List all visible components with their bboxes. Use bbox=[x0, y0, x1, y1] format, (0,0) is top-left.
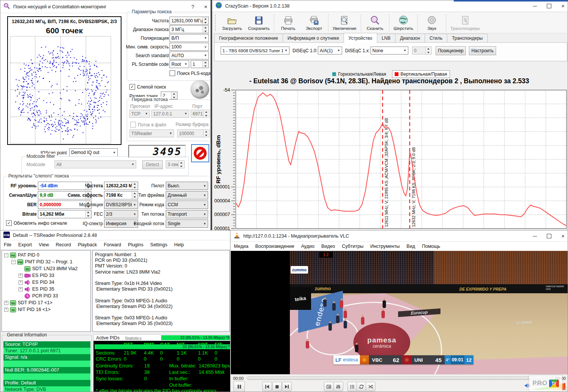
tree-item-nit-pid-16-1-[interactable]: +NINIT PID 16 <1> bbox=[3, 306, 90, 313]
tsreader-menu-export[interactable]: Export bbox=[15, 241, 35, 249]
blind-search-checkbox[interactable]: ✓Слепой поиск bbox=[129, 84, 166, 90]
toolbar-button-open-folder[interactable]: Загрузить bbox=[219, 14, 245, 31]
resize-grip[interactable] bbox=[562, 386, 567, 391]
tree-item-pmt-pid-32-progr-1[interactable]: −PMPMT PID 32 – Progr. 1 bbox=[3, 258, 90, 265]
min-symbolrate-combo[interactable]: 1000∨ bbox=[170, 43, 209, 51]
toolbar-button-globe[interactable]: Шерстить bbox=[391, 14, 416, 31]
close-button[interactable]: × bbox=[204, 4, 207, 9]
legend-item-1[interactable]: Вертикальная/Правая bbox=[392, 70, 450, 78]
tree-item-es-pid-33[interactable]: +ES PID 33 bbox=[3, 272, 90, 279]
frame-type-dropdown[interactable]: Длинный▼ bbox=[166, 191, 208, 199]
close-button[interactable]: × bbox=[561, 3, 565, 9]
positioner-button[interactable]: Позиционер bbox=[436, 46, 466, 55]
maximize-button[interactable] bbox=[547, 4, 551, 8]
stop-button[interactable] bbox=[272, 382, 282, 391]
previous-button[interactable] bbox=[262, 382, 272, 391]
video-area[interactable]: 12 zummo zummo DE EXPRIMIDO Y PREPA vale… bbox=[231, 251, 568, 374]
fullscreen-button[interactable] bbox=[324, 382, 334, 391]
stop-scan-button[interactable] bbox=[191, 144, 209, 162]
vlc-menu-помощь[interactable]: Помощь bbox=[419, 242, 444, 250]
tree-item-pat-pid-0[interactable]: −PAPAT PID 0 bbox=[3, 252, 90, 258]
pause-button[interactable] bbox=[233, 381, 245, 392]
tree-toggle-minus[interactable]: − bbox=[4, 253, 8, 257]
tree-item-sdt-pid-17-1-[interactable]: +SDSDT PID 17 <1> bbox=[3, 299, 90, 306]
frequency-spinner[interactable]: 12631,000 МГц bbox=[170, 17, 209, 25]
stream-type-dropdown[interactable]: Transport▼ bbox=[166, 210, 208, 218]
maximize-button[interactable] bbox=[547, 234, 551, 238]
svg-text:12611 MHz; V; 21995 KS ;ACM/VC: 12611 MHz; V; 21995 KS ;ACM/VCM ;32APSK;… bbox=[384, 118, 389, 227]
tsreader-menu-record[interactable]: Record bbox=[52, 241, 74, 249]
toolbar-button-printer[interactable]: Печать bbox=[275, 14, 301, 31]
tsreader-menu-file[interactable]: File bbox=[0, 241, 15, 249]
minimize-button[interactable] bbox=[533, 236, 537, 236]
pls-search-checkbox[interactable]: Поиск PLS-кода bbox=[170, 70, 211, 76]
close-button[interactable]: × bbox=[561, 233, 565, 239]
tree-item-es-pid-35[interactable]: +ES PID 35 bbox=[3, 286, 90, 292]
tree-toggle-minus[interactable]: − bbox=[11, 260, 16, 264]
vlc-menu-медиа[interactable]: Медиа bbox=[230, 242, 252, 250]
diseqc1x-dropdown[interactable]: None▼ bbox=[370, 47, 408, 54]
tab-6[interactable]: Транспондеры bbox=[447, 34, 487, 43]
legend-item-0[interactable]: Горизонтальная/Левая bbox=[330, 71, 388, 78]
tree-item-sdt-ln23-8mm-via2[interactable]: SDSDT: LN23 8MM Via2 bbox=[3, 265, 90, 272]
crazyscan-titlebar[interactable]: CrazyScan - Версия 1.0.2.138 × bbox=[212, 0, 568, 12]
constellation-titlebar[interactable]: Поиск несущей и Constellation-мониторинг… bbox=[0, 0, 210, 13]
program-info-line: Elementary Stream PID 33 (0x0021) bbox=[95, 286, 229, 292]
tsreader-titlebar[interactable]: DVB Default -- TSReader Professional 2.8… bbox=[0, 230, 232, 240]
minimize-button[interactable] bbox=[533, 6, 537, 6]
player-ref bbox=[383, 300, 386, 308]
tab-0[interactable]: Географическое положение bbox=[214, 34, 283, 43]
configure-button[interactable]: Настроить bbox=[469, 46, 496, 55]
random-button[interactable] bbox=[366, 382, 375, 391]
toolbar-button-scan-magnifier[interactable]: Сканить bbox=[362, 14, 388, 31]
tsreader-menu-forward[interactable]: Forward bbox=[100, 241, 124, 249]
diseqc10-dropdown[interactable]: A/A(1)▼ bbox=[318, 47, 342, 54]
vlc-menu-субтитры[interactable]: Субтитры bbox=[338, 242, 367, 250]
code-mode-dropdown[interactable]: CCM▼ bbox=[166, 201, 208, 209]
pl-scramble-code-spinner[interactable]: 1 bbox=[191, 60, 209, 68]
vlc-menu-аудио[interactable]: Аудио bbox=[298, 242, 318, 250]
tree-item-es-pid-34[interactable]: +ES PID 34 bbox=[3, 279, 90, 286]
tsreader-menu-plugins[interactable]: Plugins bbox=[124, 241, 147, 249]
playlist-button[interactable] bbox=[347, 382, 357, 391]
tree-toggle-plus[interactable]: + bbox=[19, 280, 23, 285]
search-standard-dropdown[interactable]: AUTO▼ bbox=[170, 51, 209, 59]
tree-toggle-plus[interactable]: + bbox=[4, 308, 8, 312]
toolbar-button-export-printer[interactable]: Экспорт bbox=[301, 14, 327, 31]
tab-device[interactable]: Устройство bbox=[344, 33, 377, 43]
pilot-dropdown[interactable]: Выкл.▼ bbox=[166, 182, 208, 190]
iqscan-point-dropdown[interactable]: Demod IQ out▼ bbox=[69, 148, 118, 157]
vlc-menu-воспроизведение[interactable]: Воспроизведение bbox=[252, 242, 297, 250]
vlc-titlebar[interactable]: http://127.0.0.1:1234 - Медиапроигрывате… bbox=[230, 230, 568, 242]
tree-toggle-plus[interactable]: + bbox=[4, 301, 8, 305]
pl-scramble-mode-dropdown[interactable]: Root▼ bbox=[170, 60, 189, 68]
tab-1[interactable]: Информация о спутнике bbox=[283, 34, 344, 43]
tree-item-pcr-pid-33[interactable]: PCR PID 33 bbox=[3, 292, 90, 299]
vlc-menu-инструменты[interactable]: Инструменты bbox=[367, 242, 403, 250]
tab-5[interactable]: Стиль bbox=[425, 34, 447, 43]
next-button[interactable] bbox=[282, 382, 292, 391]
tsreader-menu-help[interactable]: Help bbox=[171, 241, 187, 249]
toolbar-button-zoom-document[interactable]: Увеличение bbox=[330, 14, 359, 31]
input-stream-dropdown[interactable]: Single▼ bbox=[166, 219, 208, 228]
tsreader-menu-playback[interactable]: Playback bbox=[74, 241, 100, 249]
toolbar-grip[interactable] bbox=[215, 14, 218, 31]
help-button[interactable]: ? bbox=[191, 4, 194, 10]
tree-toggle-plus[interactable]: + bbox=[19, 274, 23, 278]
stats-text: Last sec.: bbox=[169, 369, 190, 375]
toolbar-button-save-floppy[interactable]: Сохранить bbox=[245, 14, 273, 31]
tab-3[interactable]: LNB bbox=[377, 34, 395, 43]
tsreader-menu-view[interactable]: View bbox=[35, 241, 52, 249]
tuner-dropdown[interactable]: 1 - TBS 6908 DVBS/S2 Tuner 1▼ bbox=[221, 47, 289, 54]
seek-bar[interactable] bbox=[247, 376, 556, 380]
extended-settings-button[interactable] bbox=[333, 382, 343, 391]
tree-toggle-plus[interactable]: + bbox=[19, 287, 23, 291]
vlc-menu-вид[interactable]: Вид bbox=[403, 242, 419, 250]
vlc-menu-видео[interactable]: Видео bbox=[318, 242, 339, 250]
search-range-spinner[interactable]: 3 МГц bbox=[170, 25, 209, 33]
polarization-dropdown[interactable]: В/П▼ bbox=[170, 34, 209, 42]
toolbar-button-sound-disc[interactable]: Звук bbox=[419, 14, 445, 31]
tsreader-menu-settings[interactable]: Settings bbox=[147, 241, 171, 249]
tab-4[interactable]: Диапазон bbox=[395, 34, 425, 43]
loop-button[interactable] bbox=[356, 382, 366, 391]
